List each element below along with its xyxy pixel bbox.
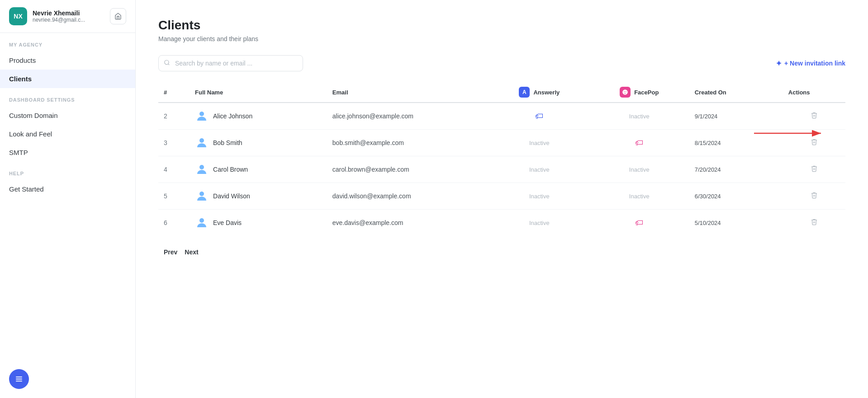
user-avatar-icon <box>195 136 209 150</box>
row-facepop: Inactive <box>589 103 689 130</box>
col-header-actions: Actions <box>783 82 845 103</box>
sparkle-icon: ✦ <box>776 59 782 68</box>
sidebar-item-smtp[interactable]: SMTP <box>0 143 135 162</box>
answerly-label: Answerly <box>533 89 560 96</box>
svg-point-8 <box>624 91 625 92</box>
row-num: 4 <box>158 156 190 183</box>
answerly-tag-icon: 🏷 <box>535 112 543 121</box>
client-name: Bob Smith <box>213 139 242 146</box>
sidebar-item-products[interactable]: Products <box>0 51 135 70</box>
delete-button[interactable] <box>807 110 821 122</box>
table-wrapper: # Full Name Email A Answerly <box>158 82 845 236</box>
name-cell: Carol Brown <box>195 163 322 176</box>
sidebar-item-custom-domain[interactable]: Custom Domain <box>0 106 135 125</box>
menu-fab-button[interactable] <box>9 369 29 389</box>
svg-point-9 <box>626 91 626 92</box>
page-title: Clients <box>158 18 845 33</box>
toolbar-row: ✦ + New invitation link <box>158 55 845 71</box>
name-cell: Alice Johnson <box>195 109 322 123</box>
delete-button[interactable] <box>807 190 821 202</box>
answerly-product-icon: A <box>519 87 530 98</box>
new-invitation-link-button[interactable]: ✦ + New invitation link <box>776 59 845 68</box>
row-name: Bob Smith <box>190 130 327 156</box>
sidebar-item-look-and-feel[interactable]: Look and Feel <box>0 125 135 143</box>
table-row: 6 Eve Davis eve.davis@example.comInactiv… <box>158 210 845 236</box>
svg-point-10 <box>199 112 204 116</box>
row-answerly: Inactive <box>489 210 589 236</box>
svg-line-4 <box>168 64 170 65</box>
delete-button[interactable] <box>807 136 821 149</box>
row-facepop: Inactive <box>589 156 689 183</box>
sidebar-item-get-started[interactable]: Get Started <box>0 180 135 198</box>
avatar: NX <box>9 7 27 25</box>
trash-icon <box>811 218 818 225</box>
prev-button[interactable]: Prev <box>164 247 177 258</box>
row-answerly: Inactive <box>489 130 589 156</box>
row-answerly: Inactive <box>489 156 589 183</box>
search-icon <box>164 60 170 67</box>
facepop-inactive: Inactive <box>629 193 650 200</box>
trash-icon <box>811 138 818 145</box>
col-header-answerly: A Answerly <box>489 82 589 103</box>
sidebar-section-label: HELP <box>0 162 135 180</box>
delete-button[interactable] <box>807 216 821 229</box>
facepop-product-icon <box>620 87 631 98</box>
facepop-label: FacePop <box>634 89 659 96</box>
user-info: Nevrie Xhemaili nevriee.94@gmail.c... <box>33 9 85 23</box>
hamburger-icon <box>15 375 23 383</box>
table-row: 5 David Wilson david.wilson@example.comI… <box>158 183 845 210</box>
row-email: alice.johnson@example.com <box>327 103 489 130</box>
row-email: eve.davis@example.com <box>327 210 489 236</box>
row-num: 3 <box>158 130 190 156</box>
home-button[interactable] <box>110 8 126 24</box>
answerly-inactive: Inactive <box>529 220 550 226</box>
row-answerly: 🏷 <box>489 103 589 130</box>
next-button[interactable]: Next <box>185 247 198 258</box>
sidebar: NX Nevrie Xhemaili nevriee.94@gmail.c...… <box>0 0 136 398</box>
search-wrapper <box>158 55 303 71</box>
row-actions <box>783 183 845 210</box>
sidebar-section-label: DASHBOARD SETTINGS <box>0 88 135 106</box>
table-row: 2 Alice Johnson alice.johnson@example.co… <box>158 103 845 130</box>
delete-button[interactable] <box>807 163 821 176</box>
svg-point-11 <box>199 138 204 143</box>
table-row: 3 Bob Smith bob.smith@example.comInactiv… <box>158 130 845 156</box>
row-name: Eve Davis <box>190 210 327 236</box>
row-actions <box>783 156 845 183</box>
row-created: 6/30/2024 <box>689 183 783 210</box>
col-header-created: Created On <box>689 82 783 103</box>
row-created: 9/1/2024 <box>689 103 783 130</box>
name-cell: David Wilson <box>195 189 322 203</box>
user-avatar-icon <box>195 189 209 203</box>
row-facepop: 🏷 <box>589 210 689 236</box>
facepop-tag-icon: 🏷 <box>635 138 643 147</box>
answerly-inactive: Inactive <box>529 166 550 173</box>
search-input[interactable] <box>158 55 303 71</box>
main-content: Clients Manage your clients and their pl… <box>136 0 868 398</box>
home-icon <box>114 13 122 20</box>
name-cell: Bob Smith <box>195 136 322 150</box>
row-created: 8/15/2024 <box>689 130 783 156</box>
row-facepop: Inactive <box>589 183 689 210</box>
user-avatar-icon <box>195 109 209 123</box>
row-facepop: 🏷 <box>589 130 689 156</box>
sidebar-nav: MY AGENCYProductsClientsDASHBOARD SETTIN… <box>0 33 135 198</box>
row-name: David Wilson <box>190 183 327 210</box>
sidebar-item-clients[interactable]: Clients <box>0 70 135 88</box>
answerly-inactive: Inactive <box>529 140 550 146</box>
row-created: 7/20/2024 <box>689 156 783 183</box>
svg-point-3 <box>165 60 169 64</box>
user-avatar-icon <box>195 216 209 229</box>
facepop-inactive: Inactive <box>629 113 650 120</box>
row-answerly: Inactive <box>489 183 589 210</box>
trash-icon <box>811 112 818 119</box>
table-row: 4 Carol Brown carol.brown@example.comIna… <box>158 156 845 183</box>
page-subtitle: Manage your clients and their plans <box>158 35 845 42</box>
col-header-email: Email <box>327 82 489 103</box>
row-num: 2 <box>158 103 190 130</box>
svg-point-14 <box>199 218 204 223</box>
row-name: Carol Brown <box>190 156 327 183</box>
col-header-num: # <box>158 82 190 103</box>
table-header-row: # Full Name Email A Answerly <box>158 82 845 103</box>
client-name: Carol Brown <box>213 166 248 173</box>
